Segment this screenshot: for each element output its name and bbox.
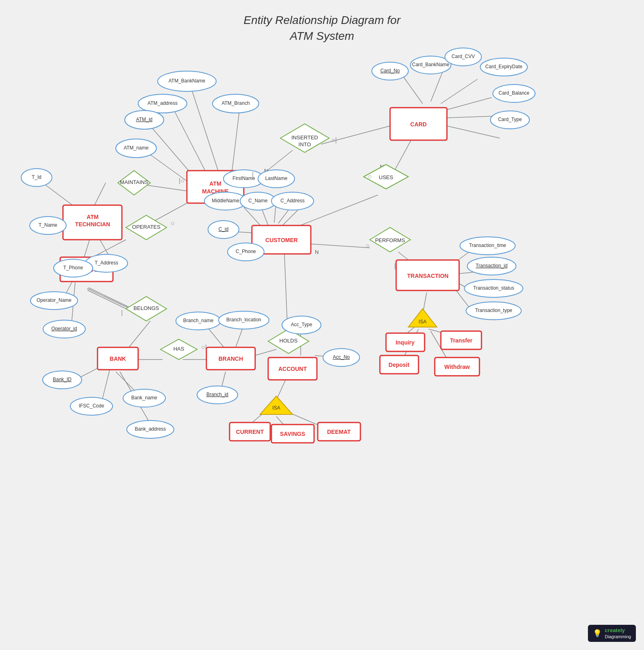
svg-line-7: [43, 183, 75, 207]
atm-bankname-label: ATM_BankName: [169, 78, 206, 84]
card-expiry-label: Card_ExpiryDate: [485, 64, 523, 69]
current-label: CURRENT: [236, 429, 264, 435]
transfer-label: Transfer: [450, 337, 473, 344]
svg-text:|○: |○: [179, 177, 184, 184]
svg-text:|: |: [394, 262, 396, 269]
creately-label: creately Diagramming: [605, 627, 631, 639]
svg-line-41: [447, 126, 500, 138]
account-label: ACCOUNT: [278, 366, 307, 372]
branch-label: BRANCH: [219, 355, 243, 362]
belongs-label: BELONGS: [134, 305, 159, 311]
transaction-type-label: Transaction_type: [475, 308, 512, 313]
svg-line-44: [309, 244, 370, 248]
transaction-id-label: Transaction_id: [476, 263, 507, 269]
svg-text:|: |: [252, 171, 254, 178]
atm-name-label: ATM_name: [124, 145, 148, 151]
performs-label: PERFORMS: [375, 237, 405, 243]
ifsc-code-label: IFSC_Code: [79, 403, 104, 409]
card-type-label: Card_Type: [498, 117, 522, 122]
svg-line-66: [89, 288, 131, 308]
card-cvv-label: Card_CVV: [451, 54, 475, 59]
svg-line-39: [447, 98, 492, 110]
svg-text:○: ○: [366, 242, 370, 249]
customer-label: CUSTOMER: [265, 237, 298, 243]
inquiry-label: Inquiry: [396, 339, 415, 346]
operator-id-label: Operator_id: [51, 326, 77, 332]
uses-label: USES: [379, 174, 393, 180]
c-address-label: C_Address: [280, 198, 304, 204]
bank-label: BANK: [110, 355, 126, 362]
svg-line-32: [276, 416, 284, 425]
transaction-status-label: Transaction_status: [473, 285, 514, 291]
transaction-label: TRANSACTION: [407, 273, 449, 279]
deemat-label: DEEMAT: [327, 429, 351, 435]
svg-line-36: [402, 75, 423, 104]
svg-text:N: N: [315, 249, 319, 255]
isa-account-label: ISA: [272, 405, 280, 411]
transaction-time-label: Transaction_time: [469, 243, 506, 248]
has-label: HAS: [173, 346, 184, 352]
svg-line-15: [87, 288, 130, 309]
acc-no-label: Acc_No: [333, 354, 350, 360]
svg-line-6: [93, 183, 106, 207]
card-bankname-label: Card_BankName: [412, 62, 449, 67]
svg-text:○: ○: [368, 173, 372, 180]
deposit-label: Deposit: [388, 362, 410, 368]
svg-text:○: ○: [171, 220, 175, 227]
atm-id-label: ATM_id: [136, 117, 152, 122]
svg-line-23: [207, 327, 226, 349]
acc-type-label: Acc_Type: [291, 322, 312, 327]
card-no-label: Card_No: [380, 68, 400, 74]
c-name-label: C_Name: [248, 198, 268, 204]
svg-text:|: |: [121, 309, 123, 316]
bank-id-label: Bank_ID: [53, 377, 72, 382]
canvas: Entity Relationship Diagram for ATM Syst…: [0, 0, 644, 650]
svg-line-30: [276, 378, 286, 400]
lastname-label: LastName: [265, 176, 288, 181]
inserted-into-label2: INTO: [299, 141, 311, 147]
bulb-icon: 💡: [593, 629, 602, 638]
svg-line-67: [87, 290, 129, 310]
atm-machine-label: ATM: [209, 180, 221, 187]
svg-line-1: [173, 108, 207, 175]
erd-diagram: N N N ATM MACHINE ATM TECHNICIAN OPERATO…: [0, 0, 644, 650]
bank-address-label: Bank_address: [135, 426, 166, 432]
inserted-into-label: INSERTED: [291, 134, 318, 141]
bank-name-label: Bank_name: [131, 395, 157, 401]
withdraw-label: Withdraw: [445, 364, 470, 370]
svg-text:○|: ○|: [201, 344, 207, 351]
isa-transaction-label: ISA: [418, 319, 426, 325]
holds-label: HOLDS: [280, 338, 298, 344]
c-phone-label: C_Phone: [236, 249, 256, 254]
t-id-label: T_Id: [32, 174, 41, 180]
branch-name-label: Branch_name: [183, 318, 214, 323]
atm-address-label: ATM_address: [147, 100, 178, 106]
svg-line-37: [431, 71, 443, 102]
middlename-label: MiddleName: [212, 198, 239, 204]
t-address-label: T_Address: [95, 260, 118, 266]
card-label: CARD: [410, 121, 427, 128]
operator-name-label: Operator_Name: [37, 297, 72, 303]
svg-text:○|: ○|: [331, 136, 337, 143]
branch-location-label: Branch_location: [226, 317, 261, 323]
atm-technician-label1: ATM: [87, 214, 98, 220]
svg-line-2: [232, 108, 240, 175]
card-balance-label: Card_Balance: [499, 90, 529, 96]
svg-line-38: [441, 79, 477, 104]
atm-technician-label2: TECHNICIAN: [75, 221, 110, 228]
operates-label: OPERATES: [132, 224, 160, 230]
c-id-label: C_id: [219, 226, 229, 232]
t-name-label: T_Name: [39, 222, 57, 228]
savings-label: SAVINGS: [280, 431, 305, 437]
branch-id-label: Branch_id: [206, 392, 228, 397]
creately-badge: 💡 creately Diagramming: [588, 625, 636, 642]
atm-branch-label: ATM_Branch: [221, 100, 249, 106]
t-phone-label: T_Phone: [63, 265, 83, 271]
maintains-label: MAINTAINS: [120, 179, 148, 185]
